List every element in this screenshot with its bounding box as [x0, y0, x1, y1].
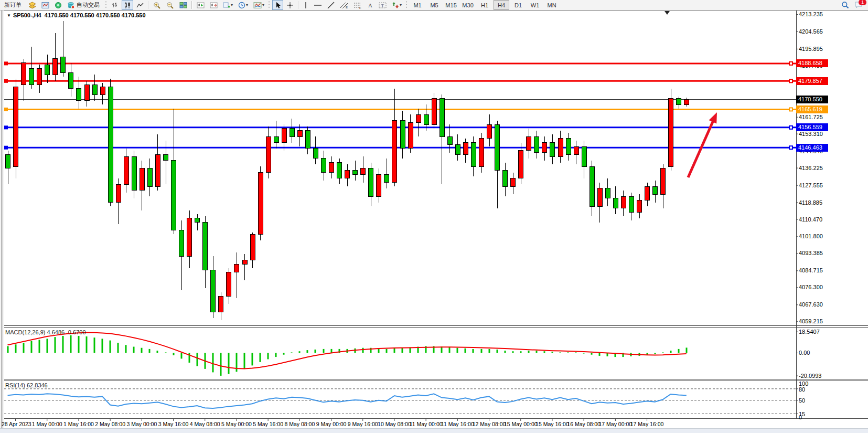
rsi-label: RSI(14) 62.8346	[5, 382, 48, 388]
chart-title: ▼SP500-,H4 4170.550 4170.550 4170.550 41…	[7, 12, 146, 18]
date-label: 1 May 16:00	[63, 421, 94, 427]
line-anchor-dot	[790, 108, 792, 110]
symbol-period-label: SP500-,H4	[13, 12, 41, 18]
macd-name: MACD(12,26,9)	[5, 329, 45, 335]
line-anchor-dot	[790, 126, 792, 129]
price-badge-4156.559: 4156.559	[796, 123, 828, 131]
date-label: 28 Apr 2023	[2, 421, 31, 427]
date-label: 15 May 00:00	[504, 421, 538, 427]
date-label: 17 May 16:00	[630, 421, 664, 427]
line-handle[interactable]	[4, 108, 8, 111]
date-label: 9 May 00:00	[316, 421, 347, 427]
price-badge-4170.550: 4170.550	[796, 96, 828, 103]
price-tick-label: 4127.555	[799, 182, 823, 188]
price-tick-label: 4059.215	[799, 318, 823, 324]
macd-signal-value: -0.6700	[66, 329, 85, 335]
line-handle[interactable]	[4, 79, 8, 83]
rsi-value: 62.8346	[27, 382, 48, 388]
ohlc-low: 4170.550	[96, 12, 120, 18]
line-anchor-dot	[790, 146, 792, 149]
ohlc-open: 4170.550	[45, 12, 69, 18]
price-tick-label: 4204.565	[799, 28, 823, 35]
macd-tick-label: -20.0993	[799, 373, 821, 379]
date-label: 10 May 08:00	[378, 421, 411, 427]
rsi-tick-label: 0	[799, 414, 802, 420]
date-label: 15 May 16:00	[535, 421, 569, 427]
date-label: 2 May 08:00	[95, 421, 125, 427]
candlesticks	[6, 21, 689, 320]
symbol-dropdown-icon[interactable]: ▼	[7, 13, 11, 18]
price-tick-label: 4076.300	[799, 284, 823, 290]
rsi-tick-label: 50	[799, 397, 805, 404]
line-anchor-dot	[790, 62, 792, 65]
price-tick-label: 4093.385	[799, 250, 823, 256]
macd-tick-label: 18.5407	[799, 329, 820, 335]
date-label: 8 May 08:00	[284, 421, 315, 427]
price-badge-4146.463: 4146.463	[796, 144, 828, 152]
ohlc-high: 4170.550	[70, 12, 94, 18]
line-anchor-dot	[790, 80, 792, 82]
line-handle[interactable]	[4, 146, 8, 150]
price-badge-4165.619: 4165.619	[796, 105, 828, 113]
trading-platform-window: 新订单 自动交易	[0, 0, 868, 433]
line-handle[interactable]	[4, 125, 8, 129]
price-badge-4179.857: 4179.857	[796, 77, 828, 85]
chart-canvas[interactable]	[0, 0, 868, 433]
status-strip	[0, 428, 868, 433]
price-tick-label: 4067.630	[799, 301, 823, 308]
chart-shift-marker[interactable]	[665, 11, 670, 15]
price-tick-label: 4195.895	[799, 46, 823, 52]
price-tick-label: 4110.470	[799, 216, 822, 223]
price-tick-label: 4118.885	[799, 199, 822, 206]
date-label: 4 May 08:00	[190, 421, 220, 427]
price-tick-label: 4161.725	[799, 114, 823, 120]
date-label: 3 May 16:00	[158, 421, 189, 427]
date-label: 3 May 00:00	[126, 421, 157, 427]
date-label: 16 May 08:00	[567, 421, 601, 427]
rsi-line	[8, 394, 687, 408]
macd-tick-label: 0.00	[799, 350, 810, 356]
annotation-arrow-head[interactable]	[709, 112, 717, 124]
date-label: 11 May 00:00	[410, 421, 443, 427]
price-tick-label: 4213.235	[799, 11, 823, 17]
price-badge-4188.658: 4188.658	[796, 59, 828, 67]
date-label: 17 May 00:00	[599, 421, 633, 427]
date-label: 11 May 16:00	[441, 421, 474, 427]
date-label: 12 May 08:00	[473, 421, 506, 427]
price-tick-label: 4136.225	[799, 165, 823, 171]
date-label: 5 May 00:00	[221, 421, 252, 427]
date-label: 9 May 16:00	[348, 421, 378, 427]
date-label: 1 May 00:00	[32, 421, 62, 427]
macd-main-value: 4.6486	[47, 329, 65, 335]
price-tick-label: 4153.310	[799, 131, 823, 137]
date-label: 5 May 16:00	[253, 421, 283, 427]
price-tick-label: 4084.715	[799, 267, 823, 273]
price-tick-label: 4101.800	[799, 233, 823, 239]
ohlc-close: 4170.550	[122, 12, 146, 18]
rsi-name: RSI(14)	[5, 382, 25, 388]
macd-label: MACD(12,26,9) 4.6486 -0.6700	[5, 329, 86, 335]
line-handle[interactable]	[4, 61, 8, 65]
rsi-tick-label: 80	[799, 386, 805, 393]
